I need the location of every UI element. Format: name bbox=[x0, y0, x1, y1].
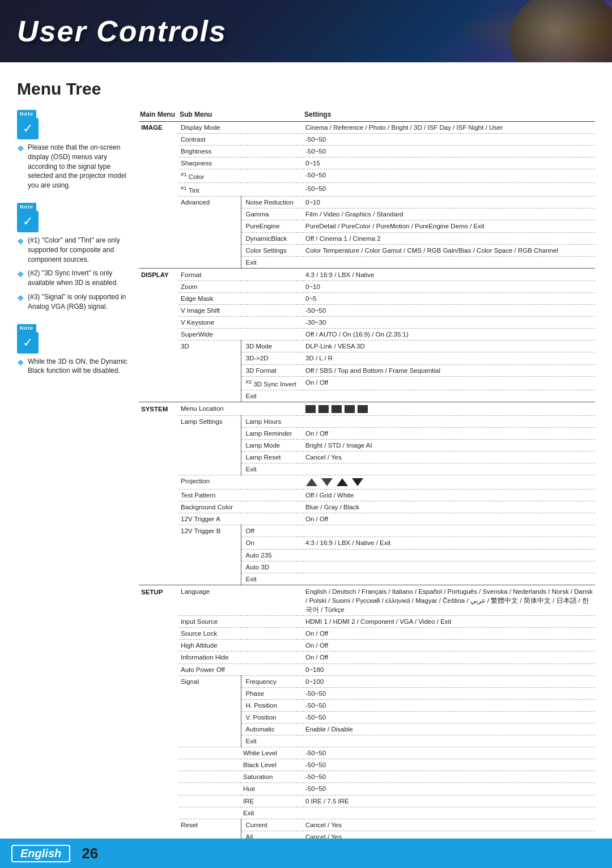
col-header-sub: Sub Menu bbox=[178, 109, 241, 122]
table-row: Test Pattern Off / Grid / White bbox=[139, 490, 595, 501]
table-row: V Keystone -30~30 bbox=[139, 317, 595, 329]
bullet-sym-2c: ❖ bbox=[17, 293, 24, 312]
table-row: Information Hide On / Off bbox=[139, 652, 595, 663]
sub2-3dsyncinvert: #2 3D Sync Invert bbox=[241, 376, 303, 390]
sub-zoom: Zoom bbox=[178, 280, 241, 292]
sub-autopoweroff: Auto Power Off bbox=[178, 663, 241, 675]
sidebar-notes: Note ✓ ❖ Please note that the on-screen … bbox=[17, 109, 128, 843]
sub2-dynamicblack: DynamicBlack bbox=[241, 232, 303, 244]
svg-marker-0 bbox=[306, 478, 317, 486]
settings-sourcelock: On / Off bbox=[303, 628, 595, 640]
settings-3dmode: DLP-Link / VESA 3D bbox=[303, 341, 595, 352]
location-icons bbox=[305, 404, 593, 414]
settings-3dto2d: 3D / L / R bbox=[303, 352, 595, 364]
sub-language: Language bbox=[178, 585, 241, 615]
sub2-whitelevel: White Level bbox=[241, 747, 303, 759]
svg-marker-2 bbox=[337, 478, 348, 486]
sub2-pureengine: PureEngine bbox=[241, 220, 303, 232]
sub2-exit-display: Exit bbox=[241, 390, 303, 402]
settings-autopoweroff: 0~180 bbox=[303, 663, 595, 675]
table-row: Edge Mask 0~5 bbox=[139, 292, 595, 304]
projection-icons bbox=[305, 476, 593, 488]
settings-zoom: 0~10 bbox=[303, 280, 595, 292]
table-row: IMAGE Display Mode Cinema / Reference / … bbox=[139, 122, 595, 134]
settings-projection bbox=[303, 475, 595, 490]
sub2-auto235: Auto 235 bbox=[241, 549, 303, 561]
note-icon-wrap-3: Note ✓ bbox=[17, 323, 128, 354]
footer-page-number: 26 bbox=[82, 845, 98, 862]
table-row: 3D 3D Mode DLP-Link / VESA 3D bbox=[139, 341, 595, 352]
settings-highaltitude: On / Off bbox=[303, 640, 595, 652]
table-row: Contrast -50~50 bbox=[139, 134, 595, 146]
settings-infohide: On / Off bbox=[303, 652, 595, 663]
sub-vimageshift: V Image Shift bbox=[178, 305, 241, 317]
sub-display-mode: Display Mode bbox=[178, 122, 241, 134]
table-row: 12V Trigger B Off bbox=[139, 525, 595, 537]
sub2-exit-signal: Exit bbox=[241, 735, 303, 747]
sub2-exit-trig: Exit bbox=[241, 573, 303, 585]
sub-3d: 3D bbox=[178, 341, 241, 402]
table-row: Sharpness 0~15 bbox=[139, 158, 595, 169]
sub2-off: Off bbox=[241, 525, 303, 537]
settings-frequency: 0~100 bbox=[303, 675, 595, 687]
proj-icon-4 bbox=[351, 478, 364, 487]
sub2-lamphours: Lamp Hours bbox=[241, 415, 303, 427]
note-badge-2: Note bbox=[17, 203, 36, 211]
note-2-bullet-1: ❖ (#1) "Color" and "Tint" are only suppo… bbox=[17, 236, 128, 264]
lens-decoration bbox=[510, 0, 612, 62]
table-row: White Level -50~50 bbox=[139, 747, 595, 759]
note-2-bullet-3: ❖ (#3) "Signal" is only supported in Ana… bbox=[17, 292, 128, 312]
loc-icon-3 bbox=[332, 405, 342, 413]
sub2-exit-setup: Exit bbox=[241, 807, 303, 819]
note-1-text: ❖ Please note that the on-screen display… bbox=[17, 143, 128, 190]
settings-phase: -50~50 bbox=[303, 687, 595, 699]
sub2-3dto2d: 3D->2D bbox=[241, 352, 303, 364]
settings-sharpness: 0~15 bbox=[303, 158, 595, 169]
loc-icon-4 bbox=[345, 405, 355, 413]
settings-3dformat: Off / SBS / Top and Bottom / Frame Seque… bbox=[303, 364, 595, 376]
settings-lampmode: Bright / STD / Image AI bbox=[303, 439, 595, 451]
sub-lampsettings: Lamp Settings bbox=[178, 415, 241, 475]
settings-reset-current: Cancel / Yes bbox=[303, 819, 595, 831]
note-check-2: ✓ bbox=[17, 211, 39, 232]
proj-icon-3 bbox=[336, 478, 348, 487]
table-row: SuperWide Off / AUTO / On (16:9) / On (2… bbox=[139, 329, 595, 341]
sub2-gamma: Gamma bbox=[241, 209, 303, 220]
sub2-on: On bbox=[241, 537, 303, 549]
table-row: Brightness -50~50 bbox=[139, 146, 595, 158]
sub-color: #1 Color bbox=[178, 169, 241, 183]
svg-marker-1 bbox=[321, 478, 333, 486]
sub2-3dformat: 3D Format bbox=[241, 364, 303, 376]
sub-12vtrigb: 12V Trigger B bbox=[178, 525, 241, 585]
sub-infohide: Information Hide bbox=[178, 652, 241, 663]
settings-edgemask: 0~5 bbox=[303, 292, 595, 304]
menu-table: Main Menu Sub Menu Settings IMAGE Displa… bbox=[139, 109, 595, 843]
sub2-exit-lamp: Exit bbox=[241, 463, 303, 475]
table-row: #1 Tint -50~50 bbox=[139, 183, 595, 197]
settings-format: 4:3 / 16:9 / LBX / Native bbox=[303, 268, 595, 280]
note-2-body-1: (#1) "Color" and "Tint" are only support… bbox=[28, 236, 128, 264]
sub-edgemask: Edge Mask bbox=[178, 292, 241, 304]
page-title: Menu Tree bbox=[17, 79, 595, 99]
table-row: Auto Power Off 0~180 bbox=[139, 663, 595, 675]
sub-inputsource: Input Source bbox=[178, 616, 241, 628]
note-3-body: While the 3D is ON, the Dynamic Black fu… bbox=[28, 357, 128, 376]
settings-language: English / Deutsch / Français / Italiano … bbox=[303, 585, 595, 615]
sub-testpattern: Test Pattern bbox=[178, 490, 241, 501]
svg-marker-3 bbox=[352, 478, 363, 486]
sub2-ire: IRE bbox=[241, 795, 303, 807]
settings-dynamicblack: Off / Cinema 1 / Cinema 2 bbox=[303, 232, 595, 244]
bullet-sym-2b: ❖ bbox=[17, 269, 24, 288]
sub-superwide: SuperWide bbox=[178, 329, 241, 341]
table-row: Zoom 0~10 bbox=[139, 280, 595, 292]
loc-icon-1 bbox=[305, 405, 316, 413]
table-row: Input Source HDMI 1 / HDMI 2 / Component… bbox=[139, 616, 595, 628]
settings-blacklevel: -50~50 bbox=[303, 759, 595, 771]
table-row: 12V Trigger A On / Off bbox=[139, 513, 595, 525]
settings-lampreset: Cancel / Yes bbox=[303, 451, 595, 463]
sub2-hposition: H. Position bbox=[241, 699, 303, 711]
sub-sharpness: Sharpness bbox=[178, 158, 241, 169]
settings-noise: 0~10 bbox=[303, 197, 595, 209]
sub-format: Format bbox=[178, 268, 241, 280]
sub2-3dmode: 3D Mode bbox=[241, 341, 303, 352]
